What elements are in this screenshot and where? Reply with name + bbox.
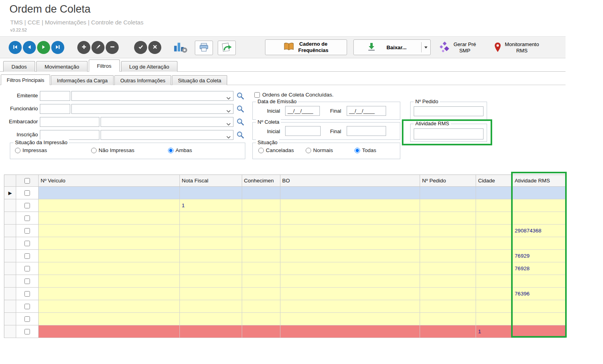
cell-nota-fiscal [180, 313, 242, 325]
export-button[interactable] [218, 41, 236, 55]
inscricao-search-button[interactable] [236, 131, 245, 139]
chevron-down-icon[interactable] [424, 46, 428, 48]
table-row[interactable]: 290874368 [4, 225, 566, 237]
cell-conhecimento [242, 325, 280, 338]
header-bo[interactable]: BO [280, 175, 420, 187]
row-checkbox[interactable] [24, 304, 30, 309]
nav-first-button[interactable] [9, 41, 22, 54]
row-indicator-cell [4, 313, 16, 325]
concluidas-checkbox[interactable] [254, 92, 260, 98]
tab-dados[interactable]: Dados [3, 61, 35, 72]
tab-log-alteracao[interactable]: Log de Alteração [121, 61, 177, 72]
table-row[interactable] [4, 212, 566, 225]
radio-normais-input[interactable] [306, 148, 311, 153]
row-checkbox[interactable] [24, 228, 30, 234]
subtab-filtros-principais[interactable]: Filtros Principais [1, 74, 50, 85]
header-nota-fiscal[interactable]: Nota Fiscal [180, 175, 242, 187]
radio-canceladas[interactable]: Canceladas [258, 147, 294, 153]
embarcador-combo[interactable] [101, 117, 233, 127]
subtab-informacoes-carga[interactable]: Informações da Carga [51, 75, 114, 85]
gerar-pre-smp-button[interactable]: Gerar Pré SMP [439, 39, 476, 56]
radio-normais-label: Normais [313, 147, 333, 153]
radio-todas-input[interactable] [355, 148, 360, 153]
no-pedido-input[interactable] [414, 106, 484, 116]
subtab-outras-informacoes[interactable]: Outras Informações [114, 75, 171, 85]
radio-todas[interactable]: Todas [355, 147, 376, 153]
table-row[interactable] [4, 313, 566, 325]
emitente-search-button[interactable] [236, 92, 245, 100]
subtab-situacao-coleta[interactable]: Situação da Coleta [172, 75, 227, 85]
row-checkbox[interactable] [24, 316, 30, 322]
row-checkbox[interactable] [24, 279, 30, 284]
row-checkbox[interactable] [24, 291, 30, 297]
radio-nao-impressas[interactable]: Não Impressas [91, 147, 134, 153]
cell-bo [280, 262, 420, 275]
chart-button[interactable] [173, 41, 188, 55]
header-conhecimento[interactable]: Conhecimen [242, 175, 280, 187]
cell-atividade-rms [513, 275, 566, 288]
funcionario-label: Funcionário [2, 106, 38, 111]
radio-nao-impressas-input[interactable] [91, 148, 97, 153]
atividade-rms-input[interactable] [414, 128, 484, 139]
row-indicator-cell [4, 325, 16, 338]
header-no-veiculo[interactable]: Nº Veículo [39, 175, 180, 187]
radio-canceladas-input[interactable] [258, 148, 264, 153]
header-atividade-rms[interactable]: Atividade RMS [513, 175, 566, 187]
inscricao-code-input[interactable] [40, 130, 99, 140]
header-no-pedido[interactable]: Nº Pedido [420, 175, 476, 187]
select-all-checkbox[interactable] [24, 178, 30, 184]
no-coleta-final-input[interactable] [347, 126, 386, 136]
row-checkbox[interactable] [24, 241, 30, 246]
concluidas-checkbox-row[interactable]: Ordens de Coleta Concluídas. [254, 92, 334, 98]
table-row[interactable] [4, 237, 566, 250]
delete-button[interactable] [106, 41, 119, 54]
radio-ambas[interactable]: Ambas [168, 147, 192, 153]
data-emissao-inicial-input[interactable] [285, 106, 320, 116]
radio-impressas-input[interactable] [15, 148, 21, 153]
row-checkbox[interactable] [24, 266, 30, 271]
radio-impressas[interactable]: Impressas [15, 147, 47, 153]
nav-prev-button[interactable] [23, 41, 36, 54]
inscricao-combo[interactable] [101, 130, 233, 140]
cancel-button[interactable] [148, 41, 161, 54]
cell-no-veiculo [39, 225, 180, 237]
edit-button[interactable] [91, 41, 105, 54]
embarcador-code-input[interactable] [40, 117, 99, 127]
table-row[interactable]: 76928 [4, 262, 566, 275]
row-checkbox[interactable] [24, 329, 30, 334]
nav-last-button[interactable] [51, 41, 64, 54]
print-button[interactable] [195, 41, 213, 55]
row-checkbox[interactable] [24, 203, 30, 208]
monitoramento-rms-button[interactable]: Monitoramento RMS [494, 39, 539, 56]
cell-no-pedido [420, 250, 476, 262]
row-checkbox[interactable] [24, 190, 30, 196]
row-checkbox[interactable] [24, 253, 30, 259]
radio-normais[interactable]: Normais [306, 147, 333, 153]
table-row[interactable]: 1 [4, 325, 566, 338]
table-row[interactable]: 76396 [4, 288, 566, 300]
nav-next-button[interactable] [37, 41, 50, 54]
header-cidade[interactable]: Cidade [476, 175, 513, 187]
table-row[interactable]: ▶ [4, 187, 566, 199]
baixar-button[interactable]: Baixar... [353, 39, 431, 55]
tab-filtros[interactable]: Filtros [89, 59, 120, 72]
funcionario-combo[interactable] [71, 104, 233, 114]
funcionario-code-input[interactable] [40, 104, 70, 114]
table-row[interactable] [4, 300, 566, 313]
funcionario-search-button[interactable] [236, 105, 245, 113]
add-button[interactable] [77, 41, 90, 54]
row-checkbox[interactable] [24, 215, 30, 221]
radio-ambas-input[interactable] [168, 148, 174, 153]
caderno-frequencias-button[interactable]: Caderno de Frequências [265, 39, 347, 55]
emitente-code-input[interactable] [40, 91, 70, 101]
table-row[interactable]: 76929 [4, 250, 566, 262]
confirm-button[interactable] [134, 41, 147, 54]
data-emissao-final-input[interactable] [347, 106, 386, 116]
tab-movimentacao[interactable]: Movimentação [36, 61, 88, 72]
no-coleta-inicial-input[interactable] [285, 126, 321, 136]
monitoramento-label-line1: Monitoramento [505, 41, 539, 48]
embarcador-search-button[interactable] [236, 118, 245, 126]
table-row[interactable]: 1 [4, 199, 566, 212]
emitente-combo[interactable] [71, 91, 233, 101]
table-row[interactable] [4, 275, 566, 288]
